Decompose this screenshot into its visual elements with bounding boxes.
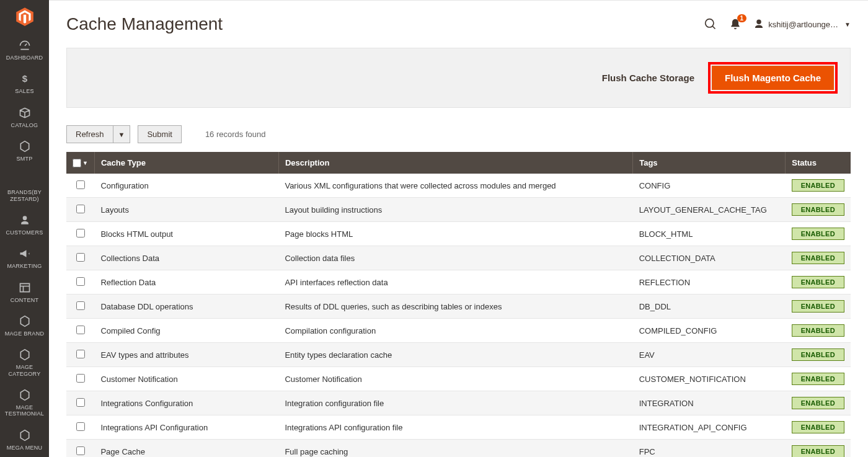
status-badge: ENABLED: [792, 324, 844, 337]
sidebar-item-label: MEGA MENU: [7, 445, 43, 451]
cell-checkbox: [66, 415, 94, 440]
search-icon: [704, 18, 717, 30]
submit-button[interactable]: Submit: [138, 125, 181, 143]
table-row[interactable]: Page CacheFull page cachingFPCENABLED: [66, 440, 851, 458]
cell-checkbox: [66, 319, 94, 343]
table-row[interactable]: LayoutsLayout building instructionsLAYOU…: [66, 198, 851, 222]
table-row[interactable]: Reflection DataAPI interfaces reflection…: [66, 270, 851, 295]
cell-tags: CONFIG: [633, 174, 786, 198]
cell-checkbox: [66, 174, 94, 198]
col-header-tags[interactable]: Tags: [633, 152, 786, 174]
row-checkbox[interactable]: [76, 422, 85, 431]
sidebar-item-4[interactable]: BRANDS(BY ZESTARD): [0, 168, 49, 208]
cell-description: Full page caching: [278, 440, 632, 458]
cell-description: Various XML configurations that were col…: [278, 174, 632, 198]
notifications-button[interactable]: 1: [728, 17, 742, 31]
cell-cache-type: Integrations API Configuration: [94, 415, 278, 440]
sidebar-item-label: CUSTOMERS: [6, 229, 43, 236]
row-checkbox[interactable]: [76, 301, 85, 310]
cell-cache-type: Collections Data: [94, 246, 278, 270]
cell-description: Page blocks HTML: [278, 222, 632, 246]
cell-tags: REFLECTION: [633, 270, 786, 295]
cell-cache-type: Page Cache: [94, 440, 278, 458]
table-row[interactable]: Integrations API ConfigurationIntegratio…: [66, 415, 851, 440]
sidebar-item-label: SALES: [15, 88, 34, 94]
cell-tags: LAYOUT_GENERAL_CACHE_TAG: [633, 198, 786, 222]
col-header-description[interactable]: Description: [278, 152, 632, 174]
table-row[interactable]: ConfigurationVarious XML configurations …: [66, 174, 851, 198]
select-all-dropdown[interactable]: ▼: [82, 160, 88, 166]
sidebar-item-9[interactable]: MAGE CATEGORY: [0, 343, 49, 383]
sidebar-item-1[interactable]: $SALES: [0, 67, 49, 100]
table-row[interactable]: Database DDL operationsResults of DDL qu…: [66, 295, 851, 319]
row-checkbox[interactable]: [76, 446, 85, 455]
dashboard-icon: [18, 38, 32, 52]
hex-icon: [18, 388, 32, 402]
table-row[interactable]: Blocks HTML outputPage blocks HTMLBLOCK_…: [66, 222, 851, 246]
table-row[interactable]: Integrations ConfigurationIntegration co…: [66, 391, 851, 415]
sidebar-item-11[interactable]: MEGA MENU: [0, 424, 49, 457]
table-row[interactable]: Collections DataCollection data filesCOL…: [66, 246, 851, 270]
flush-magento-cache-button[interactable]: Flush Magento Cache: [712, 66, 834, 90]
cell-cache-type: Integrations Configuration: [94, 391, 278, 415]
refresh-dropdown-toggle[interactable]: ▼: [113, 125, 131, 143]
sidebar-item-10[interactable]: MAGE TESTIMONIAL: [0, 383, 49, 424]
magento-logo[interactable]: [0, 0, 49, 33]
row-checkbox[interactable]: [76, 180, 85, 189]
cell-tags: INTEGRATION_API_CONFIG: [633, 415, 786, 440]
status-badge: ENABLED: [792, 300, 844, 313]
cell-cache-type: Database DDL operations: [94, 295, 278, 319]
caret-down-icon: ▼: [844, 21, 851, 28]
sidebar-item-label: MAGE CATEGORY: [1, 364, 48, 377]
hex-icon: [18, 428, 32, 442]
sidebar-item-8[interactable]: MAGE BRAND: [0, 309, 49, 343]
cell-tags: COLLECTION_DATA: [633, 246, 786, 270]
cell-description: Results of DDL queries, such as describi…: [278, 295, 632, 319]
sidebar-item-label: BRANDS(BY ZESTARD): [1, 189, 48, 202]
cache-grid-body: ConfigurationVarious XML configurations …: [66, 174, 851, 457]
grid-toolbar: Refresh ▼ Submit 16 records found: [66, 125, 851, 143]
dollar-icon: $: [18, 72, 32, 86]
row-checkbox[interactable]: [76, 277, 85, 286]
account-username: kshitij@artlounge…: [768, 20, 838, 29]
table-row[interactable]: Customer NotificationCustomer Notificati…: [66, 367, 851, 391]
cell-checkbox: [66, 222, 94, 246]
cell-checkbox: [66, 295, 94, 319]
cell-cache-type: Blocks HTML output: [94, 222, 278, 246]
search-button[interactable]: [704, 17, 717, 31]
status-badge: ENABLED: [792, 276, 844, 288]
account-menu[interactable]: kshitij@artlounge… ▼: [753, 19, 851, 30]
row-checkbox[interactable]: [76, 374, 85, 383]
cell-tags: BLOCK_HTML: [633, 222, 786, 246]
row-checkbox[interactable]: [76, 253, 85, 262]
sidebar-item-7[interactable]: CONTENT: [0, 276, 49, 309]
cell-tags: DB_DDL: [633, 295, 786, 319]
status-badge: ENABLED: [792, 228, 844, 240]
hex-icon: [18, 348, 32, 362]
row-checkbox[interactable]: [76, 398, 85, 407]
sidebar-item-label: SMTP: [16, 156, 32, 162]
select-all-checkbox[interactable]: [73, 159, 81, 167]
table-row[interactable]: EAV types and attributesEntity types dec…: [66, 343, 851, 367]
col-header-cache-type[interactable]: Cache Type: [94, 152, 278, 174]
cell-status: ENABLED: [786, 319, 851, 343]
row-checkbox[interactable]: [76, 205, 85, 213]
sidebar-item-6[interactable]: MARKETING: [0, 242, 49, 275]
cache-action-bar: Flush Cache Storage Flush Magento Cache: [66, 48, 851, 108]
hex-icon: [18, 140, 32, 153]
row-checkbox[interactable]: [76, 350, 85, 358]
sidebar-item-0[interactable]: DASHBOARD: [0, 33, 49, 67]
user-icon: [753, 19, 764, 30]
notification-count-badge: 1: [737, 14, 747, 22]
refresh-button[interactable]: Refresh: [66, 125, 113, 143]
sidebar-item-3[interactable]: SMTP: [0, 135, 49, 168]
sidebar-item-5[interactable]: CUSTOMERS: [0, 208, 49, 242]
sidebar-item-2[interactable]: CATALOG: [0, 101, 49, 135]
col-header-status[interactable]: Status: [786, 152, 851, 174]
cell-tags: EAV: [633, 343, 786, 367]
table-row[interactable]: Compiled ConfigCompilation configuration…: [66, 319, 851, 343]
row-checkbox[interactable]: [76, 326, 85, 334]
cell-description: API interfaces reflection data: [278, 270, 632, 295]
row-checkbox[interactable]: [76, 229, 85, 237]
flush-cache-storage-button[interactable]: Flush Cache Storage: [602, 73, 694, 83]
